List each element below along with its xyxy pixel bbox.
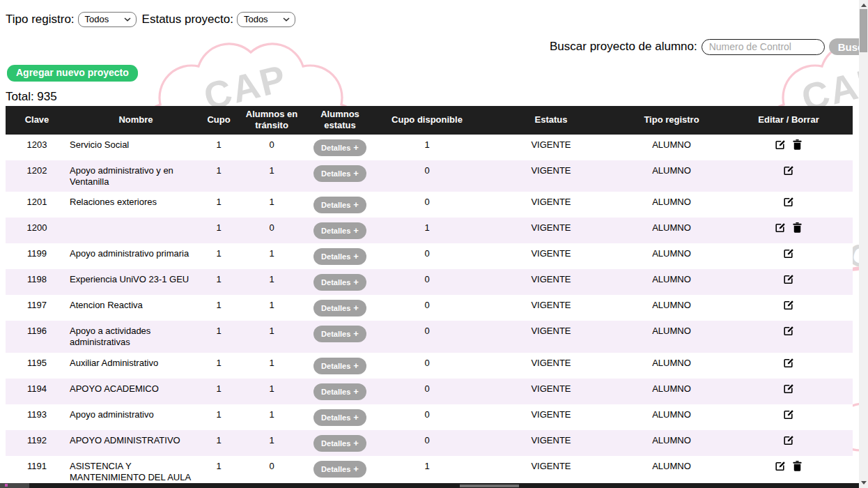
detalles-label: Detalles <box>321 439 350 448</box>
search-input[interactable] <box>702 39 825 55</box>
edit-icon <box>775 224 786 235</box>
estatus-proyecto-select[interactable]: Todos <box>237 12 295 27</box>
scrollbar-down-arrow-icon[interactable] <box>861 481 867 485</box>
estatus-proyecto-selected-value: Todos <box>244 14 268 24</box>
detalles-label: Detalles <box>321 330 350 338</box>
detalles-label: Detalles <box>321 388 350 396</box>
cell-clave: 1195 <box>6 353 68 379</box>
cell-clave: 1200 <box>6 218 68 243</box>
plus-icon: + <box>353 225 359 236</box>
search-label: Buscar proyecto de alumno: <box>550 40 697 54</box>
edit-button[interactable] <box>784 435 794 448</box>
cell-estatus: VIGENTE <box>483 321 619 353</box>
plus-icon: + <box>353 328 359 339</box>
delete-button[interactable] <box>793 461 802 474</box>
detalles-button[interactable]: Detalles+ <box>313 326 366 342</box>
plus-icon: + <box>353 142 359 153</box>
cell-alumnos-estatus: Detalles+ <box>309 192 371 218</box>
cell-alumnos-estatus: Detalles+ <box>309 353 371 379</box>
detalles-label: Detalles <box>321 278 350 287</box>
cell-estatus: VIGENTE <box>483 404 619 430</box>
detalles-button[interactable]: Detalles+ <box>313 435 366 452</box>
cell-cupo: 1 <box>203 321 234 353</box>
edit-button[interactable] <box>775 139 786 153</box>
edit-button[interactable] <box>784 274 794 287</box>
detalles-button[interactable]: Detalles+ <box>313 300 366 317</box>
table-row: 1199 Apoyo administrativo primaria 1 1 D… <box>6 243 853 269</box>
table-row: 1198 Experiencia UniVO 23-1 GEU 1 1 Deta… <box>6 269 853 295</box>
plus-icon: + <box>353 412 359 422</box>
edit-icon <box>784 199 794 209</box>
edit-button[interactable] <box>784 358 794 371</box>
detalles-button[interactable]: Detalles+ <box>313 274 366 291</box>
detalles-button[interactable]: Detalles+ <box>313 139 366 156</box>
cell-tipo-registro: ALUMNO <box>619 321 724 353</box>
trash-icon <box>793 224 802 235</box>
table-row: 1202 Apoyo administrativo y en Ventanill… <box>6 160 853 192</box>
trash-icon <box>793 463 802 473</box>
cell-alumnos-estatus: Detalles+ <box>309 404 371 430</box>
edit-button[interactable] <box>784 300 794 313</box>
projects-table: Clave Nombre Cupo Alumnos en tránsito Al… <box>6 106 853 488</box>
cell-tipo-registro: ALUMNO <box>619 160 724 192</box>
edit-button[interactable] <box>784 248 794 261</box>
edit-button[interactable] <box>775 222 786 236</box>
delete-button[interactable] <box>793 222 802 236</box>
detalles-button[interactable]: Detalles+ <box>313 383 366 400</box>
cell-nombre: Auxiliar Administrativo <box>68 353 203 379</box>
plus-icon: + <box>353 464 359 474</box>
edit-button[interactable] <box>784 409 794 422</box>
cell-clave: 1196 <box>6 321 68 353</box>
cell-alumnos-estatus: Detalles+ <box>309 160 371 192</box>
scrollbar-up-arrow-icon[interactable] <box>861 3 867 7</box>
add-project-button[interactable]: Agregar nuevo proyecto <box>7 65 138 82</box>
cell-cupo: 1 <box>203 295 234 321</box>
cell-alumnos-estatus: Detalles+ <box>309 135 371 160</box>
header-alumnos-transito: Alumnos en tránsito <box>234 106 309 135</box>
delete-button[interactable] <box>793 139 802 153</box>
detalles-button[interactable]: Detalles+ <box>313 358 366 374</box>
detalles-button[interactable]: Detalles+ <box>313 222 366 239</box>
plus-icon: + <box>353 386 359 397</box>
tipo-registro-select[interactable]: Todos <box>78 12 137 27</box>
detalles-button[interactable]: Detalles+ <box>313 248 366 265</box>
vertical-scrollbar-thumb[interactable] <box>860 9 867 52</box>
detalles-label: Detalles <box>321 304 350 312</box>
table-body: 1203 Servicio Social 1 0 Detalles+ 1 VIG… <box>6 135 853 488</box>
edit-button[interactable] <box>775 461 786 474</box>
cell-transito: 1 <box>234 295 309 321</box>
edit-button[interactable] <box>784 383 794 397</box>
plus-icon: + <box>353 168 359 178</box>
cell-estatus: VIGENTE <box>483 160 619 192</box>
chevron-down-icon <box>283 17 290 22</box>
detalles-button[interactable]: Detalles+ <box>313 409 366 426</box>
edit-button[interactable] <box>784 197 794 210</box>
edit-button[interactable] <box>784 326 794 339</box>
vertical-scrollbar[interactable] <box>859 0 868 488</box>
detalles-button[interactable]: Detalles+ <box>313 197 366 213</box>
header-tipo-registro: Tipo registro <box>619 106 724 135</box>
bottom-bar <box>6 483 859 488</box>
cell-alumnos-estatus: Detalles+ <box>309 218 371 243</box>
detalles-button[interactable]: Detalles+ <box>313 461 366 478</box>
cell-transito: 1 <box>234 269 309 295</box>
plus-icon: + <box>353 199 359 210</box>
cell-acciones <box>724 135 853 160</box>
table-row: 1196 Apoyo a actividades administrativas… <box>6 321 853 353</box>
cell-tipo-registro: ALUMNO <box>619 353 724 379</box>
cell-acciones <box>724 269 853 295</box>
horizontal-scrollbar-thumb[interactable] <box>460 485 519 487</box>
edit-button[interactable] <box>784 165 794 178</box>
cell-cupo: 1 <box>203 218 234 243</box>
cell-estatus: VIGENTE <box>483 430 619 456</box>
cell-tipo-registro: ALUMNO <box>619 269 724 295</box>
detalles-button[interactable]: Detalles+ <box>313 165 366 182</box>
table-row: 1197 Atencion Reactiva 1 1 Detalles+ 0 V… <box>6 295 853 321</box>
detalles-label: Detalles <box>321 465 350 473</box>
cell-clave: 1194 <box>6 379 68 404</box>
cell-acciones <box>724 243 853 269</box>
cell-transito: 1 <box>234 243 309 269</box>
cell-acciones <box>724 218 853 243</box>
detalles-label: Detalles <box>321 169 350 178</box>
cell-clave: 1192 <box>6 430 68 456</box>
